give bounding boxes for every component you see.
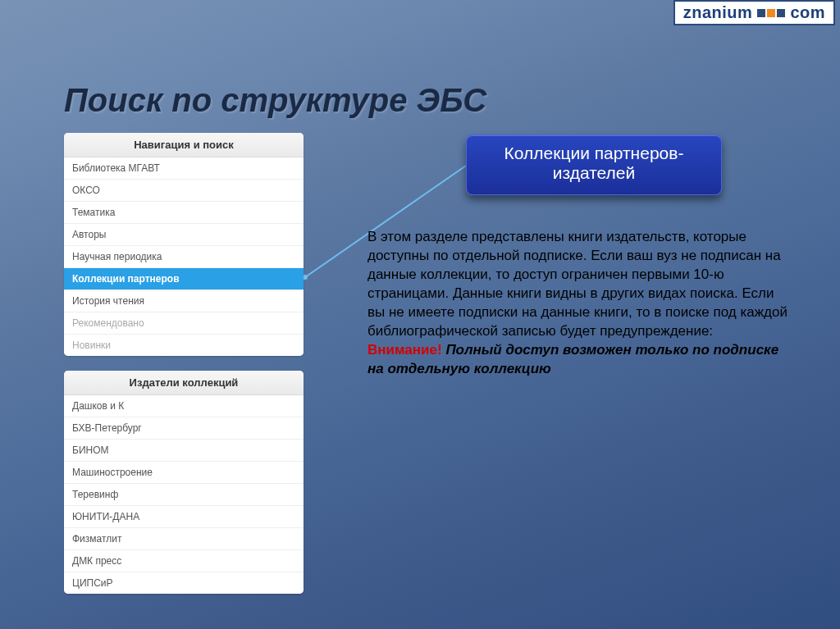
description-warning: Внимание! [368, 342, 442, 358]
publisher-item[interactable]: Дашков и К [64, 395, 304, 417]
nav-item[interactable]: ОКСО [64, 180, 304, 202]
nav-panel-header: Навигация и поиск [64, 133, 304, 157]
callout-badge: Коллекции партнеров- издателей [466, 134, 722, 195]
description-body: В этом разделе представлены книги издате… [368, 229, 788, 339]
logo-square-dot [777, 9, 785, 17]
publisher-item[interactable]: ЮНИТИ-ДАНА [64, 506, 304, 528]
brand-logo-text-a: znanium [683, 3, 753, 22]
nav-item[interactable]: Тематика [64, 202, 304, 224]
nav-item[interactable]: Новинки [64, 335, 304, 356]
publisher-item[interactable]: БИНОМ [64, 440, 304, 462]
brand-logo-squares [757, 9, 785, 17]
publisher-item[interactable]: Машиностроение [64, 462, 304, 484]
logo-square-dot [767, 9, 775, 17]
nav-item[interactable]: История чтения [64, 290, 304, 312]
nav-panel: Навигация и поиск Библиотека МГАВТ ОКСО … [64, 133, 304, 356]
brand-logo: znanium com [673, 0, 835, 25]
description-block: В этом разделе представлены книги издате… [368, 228, 794, 379]
nav-item[interactable]: Авторы [64, 224, 304, 246]
nav-item-active[interactable]: Коллекции партнеров [64, 268, 304, 290]
sidebar-panels: Навигация и поиск Библиотека МГАВТ ОКСО … [64, 133, 304, 594]
nav-item[interactable]: Рекомендовано [64, 312, 304, 335]
brand-logo-text-b: com [790, 3, 825, 22]
publisher-item[interactable]: ЦИПСиР [64, 572, 304, 594]
slide-title: Поиск по структуре ЭБС [64, 82, 486, 119]
publisher-item[interactable]: Теревинф [64, 484, 304, 506]
nav-item[interactable]: Научная периодика [64, 246, 304, 268]
publisher-item[interactable]: ДМК пресс [64, 550, 304, 572]
callout-line: издателей [477, 163, 711, 183]
callout-line: Коллекции партнеров- [477, 144, 711, 163]
nav-item[interactable]: Библиотека МГАВТ [64, 157, 304, 180]
publisher-item[interactable]: БХВ-Петербург [64, 417, 304, 440]
logo-square-dot [757, 9, 765, 17]
publisher-item[interactable]: Физматлит [64, 528, 304, 550]
svg-point-1 [304, 275, 308, 280]
publishers-panel: Издатели коллекций Дашков и К БХВ-Петерб… [64, 371, 304, 594]
publishers-panel-header: Издатели коллекций [64, 371, 304, 395]
